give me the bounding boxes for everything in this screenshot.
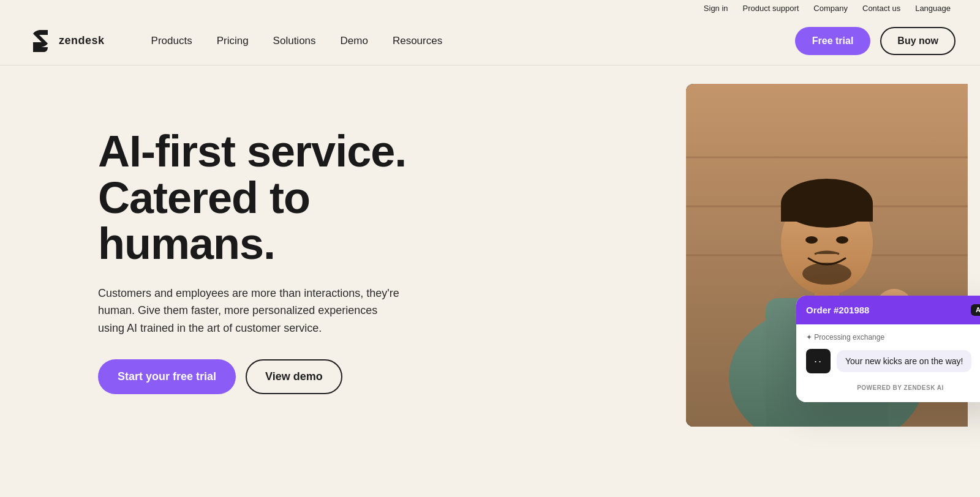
sign-in-link[interactable]: Sign in: [704, 4, 728, 13]
zendesk-logo-icon: [24, 25, 56, 57]
chat-order-number: Order #201988: [806, 305, 869, 315]
buy-now-button[interactable]: Buy now: [880, 27, 956, 55]
nav-actions: Free trial Buy now: [795, 27, 956, 55]
svg-rect-10: [781, 203, 873, 222]
hero-title-line3: humans.: [98, 219, 275, 268]
hero-title: AI-first service. Catered to humans.: [98, 129, 406, 267]
chat-message-row: ·· Your new kicks are on the way!: [806, 349, 980, 373]
logo-link[interactable]: zendesk: [24, 25, 105, 57]
chat-widget: Order #201988 AI ✦ ✦ Processing exchange…: [796, 296, 980, 402]
chat-header: Order #201988 AI ✦: [796, 296, 980, 324]
bot-eyes-icon: ··: [814, 355, 823, 368]
hero-buttons: Start your free trial View demo: [98, 359, 406, 394]
nav-resources[interactable]: Resources: [383, 30, 452, 52]
hero-title-line2: Catered to: [98, 173, 310, 222]
hero-subtitle: Customers and employees are more than in…: [98, 285, 404, 337]
nav-pricing[interactable]: Pricing: [207, 30, 258, 52]
company-link[interactable]: Company: [813, 4, 848, 13]
svg-point-11: [805, 236, 818, 244]
nav-links: Products Pricing Solutions Demo Resource…: [141, 30, 795, 52]
chat-bubble: Your new kicks are on the way!: [837, 350, 971, 372]
utility-bar: Sign in Product support Company Contact …: [0, 0, 980, 17]
svg-point-13: [802, 263, 851, 285]
hero-title-line1: AI-first service.: [98, 127, 406, 176]
nav-solutions[interactable]: Solutions: [263, 30, 326, 52]
chat-body: ✦ Processing exchange ·· Your new kicks …: [796, 324, 980, 402]
hero-section: AI-first service. Catered to humans. Cus…: [0, 65, 980, 445]
hero-content: AI-first service. Catered to humans. Cus…: [98, 129, 406, 394]
ai-badge: AI ✦: [971, 304, 980, 316]
contact-us-link[interactable]: Contact us: [862, 4, 900, 13]
processing-text: ✦ Processing exchange: [806, 333, 980, 342]
start-trial-button[interactable]: Start your free trial: [98, 359, 236, 394]
svg-point-12: [836, 236, 848, 244]
hero-image-area: Order #201988 AI ✦ ✦ Processing exchange…: [686, 84, 980, 439]
powered-by-label: POWERED BY ZENDESK AI: [806, 382, 980, 394]
product-support-link[interactable]: Product support: [743, 4, 799, 13]
main-nav: zendesk Products Pricing Solutions Demo …: [0, 17, 980, 65]
view-demo-button[interactable]: View demo: [246, 359, 342, 394]
logo-text: zendesk: [59, 34, 105, 47]
nav-demo[interactable]: Demo: [331, 30, 378, 52]
nav-products[interactable]: Products: [141, 30, 202, 52]
bot-avatar: ··: [806, 349, 831, 373]
language-link[interactable]: Language: [915, 4, 951, 13]
free-trial-button[interactable]: Free trial: [795, 27, 871, 55]
